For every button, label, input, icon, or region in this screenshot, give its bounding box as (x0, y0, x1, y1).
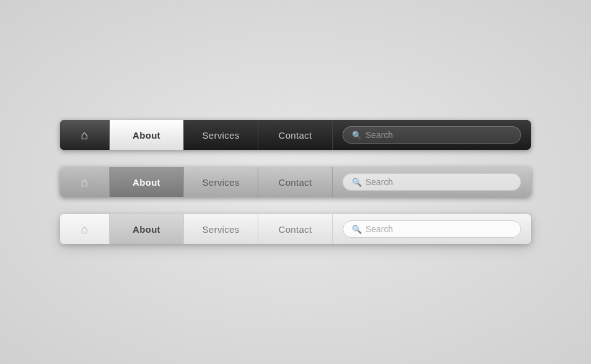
home-icon-dark: ⌂ (81, 128, 88, 142)
search-box-dark: 🔍 (343, 126, 521, 144)
search-area-light: 🔍 (333, 214, 531, 244)
nav-about-dark[interactable]: About (110, 120, 184, 150)
nav-contact-medium[interactable]: Contact (258, 167, 333, 197)
search-area-medium: 🔍 (333, 167, 531, 197)
home-button-medium[interactable]: ⌂ (60, 167, 110, 197)
navbar-medium: ⌂ About Services Contact 🔍 (60, 167, 531, 197)
nav-about-light[interactable]: About (110, 214, 184, 244)
search-icon-medium: 🔍 (352, 178, 362, 187)
navbar-dark: ⌂ About Services Contact 🔍 (60, 120, 531, 150)
nav-about-medium[interactable]: About (110, 167, 184, 197)
search-box-medium: 🔍 (343, 173, 521, 191)
nav-services-medium[interactable]: Services (184, 167, 258, 197)
search-box-light: 🔍 (343, 220, 521, 238)
nav-contact-light[interactable]: Contact (258, 214, 333, 244)
search-input-light[interactable] (366, 224, 512, 234)
home-icon-medium: ⌂ (81, 175, 88, 189)
search-input-medium[interactable] (366, 177, 512, 187)
search-icon-dark: 🔍 (352, 131, 362, 140)
nav-services-dark[interactable]: Services (184, 120, 258, 150)
search-area-dark: 🔍 (333, 120, 531, 150)
nav-contact-dark[interactable]: Contact (258, 120, 333, 150)
home-button-light[interactable]: ⌂ (60, 214, 110, 244)
home-button-dark[interactable]: ⌂ (60, 120, 110, 150)
search-icon-light: 🔍 (352, 225, 362, 234)
home-icon-light: ⌂ (81, 222, 88, 236)
search-input-dark[interactable] (366, 130, 512, 140)
navbar-light: ⌂ About Services Contact 🔍 (60, 214, 531, 244)
nav-services-light[interactable]: Services (184, 214, 258, 244)
